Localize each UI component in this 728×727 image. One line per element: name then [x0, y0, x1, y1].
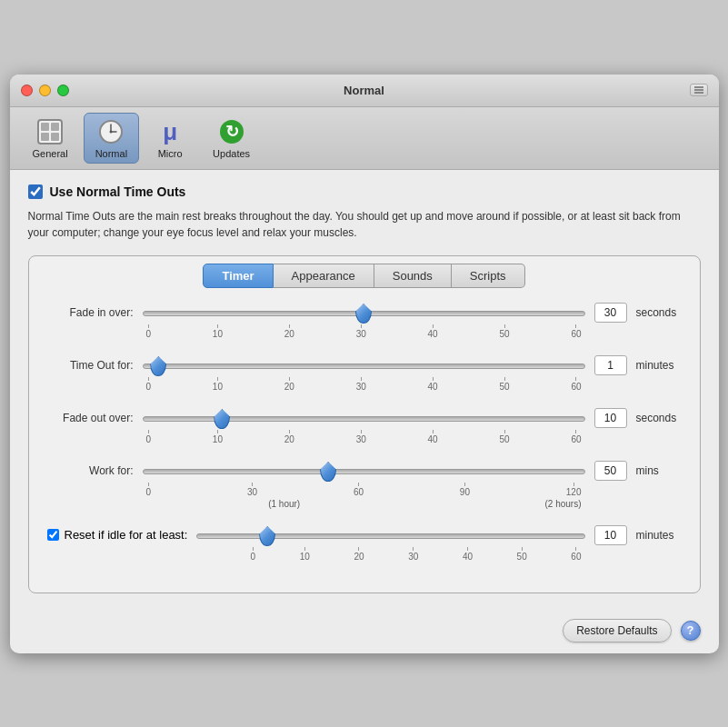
content-area: Use Normal Time Outs Normal Time Outs ar…	[10, 170, 719, 608]
time-out-label: Time Out for:	[47, 359, 134, 372]
window-controls	[21, 85, 69, 96]
work-for-unit: mins	[636, 464, 682, 477]
micro-icon: μ	[155, 117, 184, 146]
micro-mu-symbol: μ	[163, 120, 177, 144]
restore-defaults-button[interactable]: Restore Defaults	[563, 619, 671, 642]
tab-sounds[interactable]: Sounds	[374, 264, 452, 288]
window-title: Normal	[344, 84, 384, 97]
fade-in-tick-marks: 0 10 20 30 40 50 60	[143, 324, 585, 339]
description-text: Normal Time Outs are the main rest break…	[28, 208, 701, 241]
fade-out-tick-marks: 0 10 20 30 40 50 60	[143, 430, 585, 444]
fade-in-tick-container: 0 10 20 30 40 50 60	[143, 324, 585, 339]
use-normal-label[interactable]: Use Normal Time Outs	[50, 184, 186, 199]
main-window: Normal General	[10, 75, 719, 653]
toolbar-label-micro: Micro	[158, 148, 183, 159]
reset-idle-track-container	[196, 528, 584, 542]
close-button[interactable]	[21, 85, 33, 96]
general-icon-graphic	[37, 119, 63, 144]
slider-main-work-for: Work for: 50 mins	[47, 461, 682, 481]
fade-in-label: Fade in over:	[47, 306, 134, 319]
updates-svg: ↻	[219, 119, 244, 144]
reset-idle-unit: minutes	[636, 529, 682, 542]
tab-timer[interactable]: Timer	[203, 264, 273, 288]
toolbar-item-general[interactable]: General	[21, 113, 80, 164]
slider-main-fade-out: Fade out over: 10 seconds	[47, 408, 682, 428]
fade-in-ticks-row: 0 10 20 30 40 50 60	[47, 324, 682, 339]
reset-idle-row: Reset if idle for at least: 10 minutes 0	[47, 525, 682, 562]
reset-idle-checkbox[interactable]	[47, 529, 59, 541]
reset-idle-slider[interactable]	[196, 533, 584, 539]
svg-point-3	[110, 130, 113, 133]
slider-main-time-out: Time Out for: 1 minutes	[47, 355, 682, 375]
fade-in-value: 30	[594, 303, 627, 323]
one-hour-label: (1 hour)	[268, 499, 300, 509]
reset-idle-tick-container: 0 10 20 30 40 50 60	[247, 547, 585, 562]
reset-idle-label[interactable]: Reset if idle for at least:	[65, 528, 188, 542]
toolbar-label-normal: Normal	[95, 148, 127, 159]
toolbar-label-updates: Updates	[213, 148, 250, 159]
svg-text:↻: ↻	[224, 123, 238, 141]
sliders-area: Fade in over: 30 seconds 0 10	[29, 288, 700, 593]
tab-appearance[interactable]: Appearance	[274, 264, 374, 288]
work-for-tick-container: 0 30 60 90 120 (1 hour) (2 hours)	[143, 483, 585, 509]
tab-panel: Timer Appearance Sounds Scripts Fade in …	[28, 255, 701, 593]
help-button[interactable]: ?	[681, 621, 701, 641]
clock-svg	[98, 119, 124, 144]
slider-row-fade-out: Fade out over: 10 seconds 0 10	[47, 408, 682, 444]
toolbar-item-updates[interactable]: ↻ Updates	[201, 113, 262, 164]
use-normal-checkbox[interactable]	[28, 184, 43, 199]
updates-icon: ↻	[217, 117, 246, 146]
work-for-tick-marks: 0 30 60 90 120	[143, 483, 585, 497]
grid-icon	[35, 117, 65, 146]
reset-idle-left: Reset if idle for at least:	[47, 528, 188, 542]
two-hours-label: (2 hours)	[544, 499, 581, 509]
time-out-value: 1	[594, 355, 627, 375]
work-for-track-container	[143, 463, 585, 477]
reset-idle-ticks-row: 0 10 20 30 40 50 60	[47, 547, 682, 562]
time-out-slider[interactable]	[143, 364, 585, 369]
fade-in-unit: seconds	[636, 306, 682, 319]
toolbar-item-normal[interactable]: Normal	[84, 113, 139, 164]
time-out-tick-container: 0 10 20 30 40 50 60	[143, 377, 585, 392]
time-out-tick-marks: 0 10 20 30 40 50 60	[143, 377, 585, 392]
fade-out-label: Fade out over:	[47, 412, 134, 424]
minimize-button[interactable]	[39, 85, 51, 96]
fade-out-track-container	[143, 411, 585, 424]
fade-in-slider[interactable]	[143, 311, 585, 316]
slider-row-work-for: Work for: 50 mins 0 30 6	[47, 461, 682, 509]
time-out-track-container	[143, 358, 585, 372]
use-normal-row: Use Normal Time Outs	[28, 184, 701, 199]
fade-out-tick-container: 0 10 20 30 40 50 60	[143, 430, 585, 444]
titlebar-right	[690, 84, 708, 96]
fade-out-unit: seconds	[636, 412, 682, 424]
work-for-slider[interactable]	[143, 469, 585, 474]
clock-icon	[96, 117, 125, 146]
fade-out-value: 10	[594, 408, 627, 428]
footer: Restore Defaults ?	[10, 608, 719, 653]
time-out-ticks-row: 0 10 20 30 40 50 60	[47, 377, 682, 392]
work-for-ticks-row: 0 30 60 90 120 (1 hour) (2 hours)	[47, 483, 682, 509]
fade-out-slider[interactable]	[143, 416, 585, 422]
work-for-subtitle-row: (1 hour) (2 hours)	[143, 499, 585, 509]
slider-row-fade-in: Fade in over: 30 seconds 0 10	[47, 303, 682, 339]
toolbar: General Normal μ Micro	[10, 107, 719, 170]
toolbar-label-general: General	[33, 148, 68, 159]
tab-scripts[interactable]: Scripts	[452, 264, 525, 288]
reset-idle-main: Reset if idle for at least: 10 minutes	[47, 525, 682, 545]
titlebar: Normal	[10, 75, 719, 107]
time-out-unit: minutes	[636, 359, 682, 372]
fade-out-ticks-row: 0 10 20 30 40 50 60	[47, 430, 682, 444]
slider-row-time-out: Time Out for: 1 minutes 0 10	[47, 355, 682, 392]
maximize-button[interactable]	[57, 85, 69, 96]
toolbar-item-micro[interactable]: μ Micro	[143, 113, 197, 164]
tab-bar: Timer Appearance Sounds Scripts	[29, 256, 700, 288]
work-for-value: 50	[594, 461, 627, 481]
slider-main-fade-in: Fade in over: 30 seconds	[47, 303, 682, 323]
reset-idle-tick-marks: 0 10 20 30 40 50 60	[247, 547, 585, 562]
reset-idle-value: 10	[594, 525, 627, 545]
fade-in-track-container	[143, 305, 585, 319]
work-for-label: Work for:	[47, 464, 134, 477]
expand-button[interactable]	[690, 84, 708, 96]
